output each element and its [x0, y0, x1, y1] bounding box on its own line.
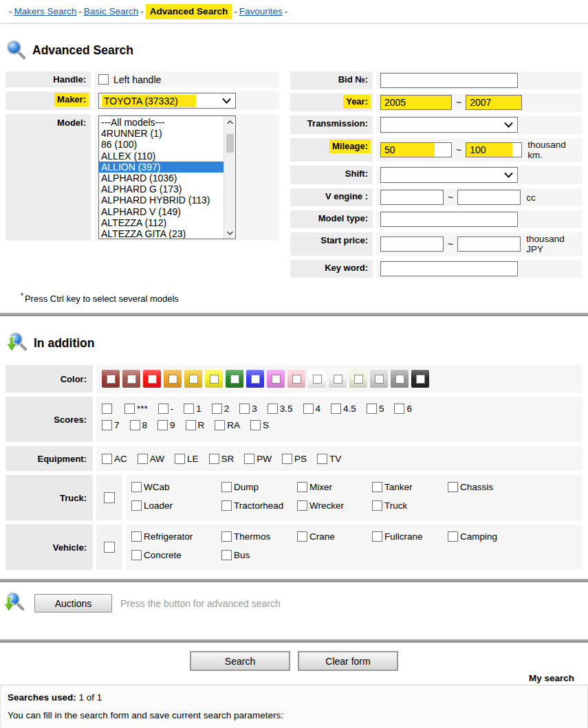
checkbox[interactable]	[372, 482, 382, 492]
color-checkbox[interactable]	[334, 375, 342, 384]
checkbox[interactable]	[297, 482, 307, 492]
color-checkbox[interactable]	[272, 375, 281, 384]
color-checkbox[interactable]	[292, 375, 301, 384]
truck-option[interactable]: Tractorhead	[221, 500, 297, 511]
checkbox[interactable]	[297, 531, 307, 542]
checkbox[interactable]	[244, 454, 254, 464]
model-option[interactable]: 4RUNNER (1)	[99, 128, 224, 139]
left-handle-checkbox[interactable]	[98, 74, 109, 85]
model-option[interactable]: ALPHARD (1036)	[99, 173, 224, 184]
checkbox[interactable]	[221, 482, 232, 492]
checkbox[interactable]	[367, 404, 377, 414]
model-option[interactable]: ALLION (397)	[99, 162, 224, 173]
score-option[interactable]: 3	[239, 404, 257, 414]
bid-input[interactable]	[380, 73, 518, 88]
model-option[interactable]: ALPHARD V (149)	[99, 206, 224, 217]
score-option[interactable]	[102, 404, 114, 414]
color-checkbox[interactable]	[354, 375, 363, 384]
color-swatch[interactable]	[143, 370, 161, 388]
nav-link[interactable]: Favourites	[239, 6, 283, 16]
truck-option[interactable]: Mixer	[297, 482, 372, 492]
color-swatch[interactable]	[287, 370, 305, 388]
checkbox[interactable]	[124, 404, 135, 414]
score-option[interactable]: 7	[102, 420, 120, 430]
checkbox[interactable]	[102, 404, 112, 414]
model-type-input[interactable]	[380, 212, 518, 227]
truck-option[interactable]: Loader	[131, 500, 221, 511]
checkbox[interactable]	[186, 420, 196, 430]
score-option[interactable]: 9	[157, 420, 175, 430]
checkbox[interactable]	[331, 404, 341, 414]
vehicle-option[interactable]: Fullcrane	[372, 531, 448, 542]
mileage-to-input[interactable]	[466, 142, 522, 157]
color-checkbox[interactable]	[168, 375, 177, 384]
checkbox[interactable]	[131, 531, 142, 542]
vehicle-option[interactable]: Bus	[221, 550, 297, 560]
checkbox[interactable]	[448, 531, 458, 542]
start-price-from-input[interactable]	[380, 236, 444, 252]
key-word-input[interactable]	[380, 261, 518, 276]
equipment-option[interactable]: AC	[102, 454, 127, 464]
checkbox[interactable]	[158, 404, 168, 414]
vehicle-option[interactable]: Concrete	[131, 550, 221, 560]
start-price-to-input[interactable]	[457, 236, 521, 252]
score-option[interactable]: -	[158, 404, 174, 414]
checkbox[interactable]	[282, 454, 292, 464]
model-option[interactable]: ALPHARD HYBRID (113)	[99, 195, 224, 206]
checkbox[interactable]	[221, 531, 232, 542]
color-checkbox[interactable]	[148, 375, 157, 384]
mileage-from-input[interactable]	[380, 142, 452, 157]
year-to-input[interactable]	[466, 95, 522, 110]
score-option[interactable]: RA	[215, 420, 240, 430]
vehicle-option[interactable]: Crane	[297, 531, 372, 542]
shift-select[interactable]	[380, 167, 518, 183]
checkbox[interactable]	[131, 550, 142, 560]
checkbox[interactable]	[221, 500, 232, 511]
checkbox[interactable]	[138, 454, 148, 464]
checkbox[interactable]	[131, 500, 142, 511]
color-swatch[interactable]	[329, 370, 347, 388]
score-option[interactable]: 1	[184, 404, 202, 414]
auctions-button[interactable]: Auctions	[34, 594, 112, 613]
color-swatch[interactable]	[267, 370, 285, 388]
score-option[interactable]: 4	[303, 404, 321, 414]
scrollbar-track[interactable]	[224, 128, 236, 227]
checkbox[interactable]	[131, 482, 142, 492]
truck-option[interactable]: Dump	[221, 482, 297, 492]
checkbox[interactable]	[268, 404, 278, 414]
v-engine-from-input[interactable]	[380, 190, 444, 205]
color-checkbox[interactable]	[230, 375, 239, 384]
checkbox[interactable]	[212, 404, 222, 414]
checkbox[interactable]	[175, 454, 185, 464]
checkbox[interactable]	[209, 454, 219, 464]
truck-option[interactable]: Truck	[372, 500, 448, 511]
score-option[interactable]: ***	[124, 404, 148, 414]
score-option[interactable]: R	[186, 420, 205, 430]
truck-option[interactable]: Tanker	[372, 482, 448, 492]
checkbox[interactable]	[221, 550, 232, 560]
model-scrollbar[interactable]	[224, 116, 235, 239]
nav-link[interactable]: Makers Search	[14, 6, 77, 16]
color-checkbox[interactable]	[127, 375, 136, 384]
equipment-option[interactable]: TV	[317, 454, 341, 464]
truck-option[interactable]: WCab	[131, 482, 221, 492]
checkbox[interactable]	[297, 500, 307, 511]
transmission-select[interactable]	[380, 117, 518, 133]
color-swatch[interactable]	[164, 370, 182, 388]
checkbox[interactable]	[102, 420, 112, 430]
checkbox[interactable]	[303, 404, 314, 414]
model-option[interactable]: 86 (100)	[99, 139, 224, 150]
year-from-input[interactable]	[380, 95, 452, 110]
checkbox[interactable]	[130, 420, 140, 430]
checkbox[interactable]	[184, 404, 194, 414]
scrollbar-thumb[interactable]	[226, 134, 234, 153]
color-checkbox[interactable]	[395, 375, 404, 384]
scroll-up-icon[interactable]	[224, 116, 236, 128]
color-swatch[interactable]	[122, 370, 140, 388]
vehicle-option[interactable]: Thermos	[221, 531, 297, 542]
scroll-down-icon[interactable]	[224, 227, 236, 239]
model-listbox[interactable]: ---All models---4RUNNER (1)86 (100)ALLEX…	[98, 115, 236, 239]
score-option[interactable]: 2	[212, 404, 230, 414]
score-option[interactable]: 5	[367, 404, 384, 414]
color-checkbox[interactable]	[210, 375, 219, 384]
